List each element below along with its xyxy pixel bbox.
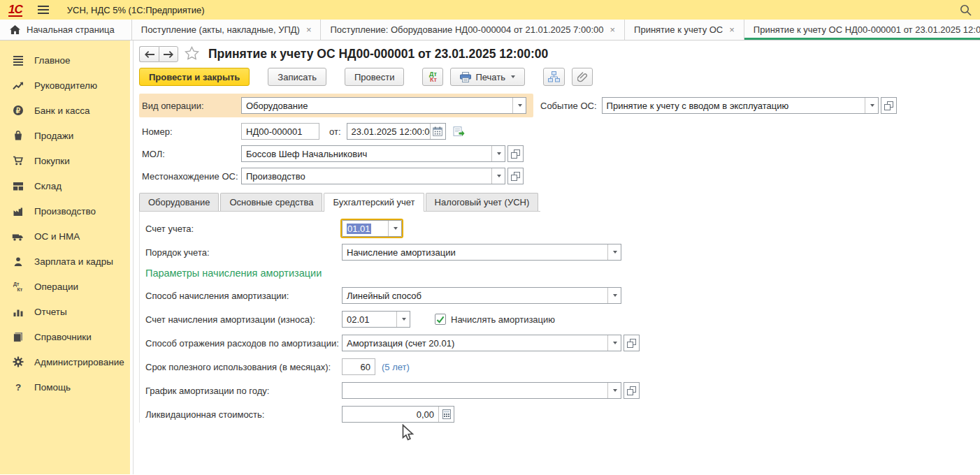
document-toolbar: Провести и закрыть Записать Провести ДтК… — [139, 68, 980, 86]
sidebar-item-otchety[interactable]: Отчеты — [0, 299, 130, 324]
order-field[interactable]: Начисление амортизации — [342, 244, 621, 261]
tab-postuplenie-doc[interactable]: Поступление: Оборудование НД00-000004 от… — [321, 20, 625, 40]
dropdown-button[interactable] — [865, 98, 878, 113]
person-icon — [12, 256, 24, 267]
sidebar-item-label: Помощь — [34, 382, 71, 393]
tab-prinyatie-doc[interactable]: Принятие к учету ОС НД00-000001 от 23.01… — [744, 20, 980, 40]
sidebar-item-sklad[interactable]: Склад — [0, 173, 130, 198]
print-button[interactable]: Печать — [450, 68, 525, 86]
os-event-open-button[interactable] — [881, 97, 897, 114]
expense-method-open-button[interactable] — [624, 335, 640, 351]
chevron-down-icon — [394, 227, 398, 230]
dropdown-button[interactable] — [388, 221, 401, 236]
sidebar-item-label: Склад — [34, 181, 62, 191]
sidebar-item-rukovoditelyu[interactable]: Руководителю — [0, 73, 130, 98]
account-row: Счет учета: 01.01 — [145, 220, 980, 237]
svg-text:Кт: Кт — [17, 287, 22, 292]
schedule-field[interactable] — [342, 382, 621, 399]
location-open-button[interactable] — [507, 168, 524, 184]
tab-oborudovanie[interactable]: Оборудование — [139, 193, 219, 211]
dropdown-button[interactable] — [396, 312, 410, 327]
books-icon — [12, 332, 24, 342]
sidebar-item-pomosch[interactable]: ? Помощь — [0, 374, 130, 400]
schedule-open-button[interactable] — [624, 382, 640, 399]
post-and-close-button[interactable]: Провести и закрыть — [139, 68, 250, 86]
dropdown-button[interactable] — [607, 335, 621, 351]
sidebar-item-glavnoe[interactable]: Главное — [0, 48, 130, 73]
close-icon[interactable]: × — [610, 24, 615, 35]
tab-prinyatie-list[interactable]: Принятие к учету ОС × — [625, 20, 744, 40]
sidebar-item-label: Операции — [34, 282, 78, 292]
operation-kind-field[interactable]: Оборудование — [241, 97, 526, 114]
depr-account-field[interactable]: 02.01 — [342, 311, 410, 328]
operation-kind-label: Вид операции: — [142, 101, 241, 111]
tab-nalogovyj-uchet[interactable]: Налоговый учет (УСН) — [426, 193, 539, 211]
tab-buhgalterskij-uchet[interactable]: Бухгалтерский учет — [324, 193, 424, 212]
number-input[interactable]: НД00-000001 — [241, 123, 319, 140]
sidebar-item-zarplata-i-kadry[interactable]: Зарплата и кадры — [0, 249, 130, 274]
main-menu-icon[interactable] — [38, 6, 49, 14]
dropdown-button[interactable] — [607, 288, 621, 303]
dropdown-button[interactable] — [607, 244, 621, 260]
os-event-field[interactable]: Принятие к учету с вводом в эксплуатацию — [602, 97, 879, 114]
location-field[interactable]: Производство — [241, 168, 505, 184]
date-field[interactable]: 23.01.2025 12:00:00 — [347, 123, 446, 140]
tab-postuplenie-list[interactable]: Поступление (акты, накладные, УПД) × — [132, 20, 322, 40]
gear-icon — [12, 356, 24, 367]
sidebar-item-label: Производство — [34, 206, 96, 217]
dropdown-button[interactable] — [512, 98, 526, 113]
svg-text:?: ? — [15, 382, 20, 393]
sidebar-item-spravochniki[interactable]: Справочники — [0, 324, 130, 349]
useful-life-input[interactable]: 60 — [342, 358, 375, 375]
calculator-button[interactable] — [438, 407, 454, 422]
calendar-button[interactable] — [430, 124, 445, 139]
document-structure-button[interactable] — [543, 68, 565, 86]
sidebar-item-pokupki[interactable]: Покупки — [0, 148, 130, 173]
accrue-depreciation-checkbox[interactable]: Начислять амортизацию — [435, 314, 555, 325]
sidebar-item-bank-i-kassa[interactable]: ₽ Банк и касса — [0, 98, 130, 123]
method-field[interactable]: Линейный способ — [342, 287, 621, 304]
attachments-button[interactable] — [572, 68, 593, 86]
printer-icon — [460, 72, 471, 82]
sidebar-item-proizvodstvo[interactable]: Производство — [0, 198, 130, 224]
dropdown-button[interactable] — [491, 168, 505, 184]
sidebar-item-os-i-nma[interactable]: ОС и НМА — [0, 224, 130, 249]
calculator-icon — [442, 409, 451, 419]
set-current-date-button[interactable] — [453, 126, 465, 137]
chevron-down-icon — [511, 75, 515, 78]
document-nav-row: Принятие к учету ОС НД00-000001 от 23.01… — [139, 46, 980, 62]
question-icon: ? — [12, 381, 24, 393]
back-button[interactable] — [139, 46, 159, 62]
close-icon[interactable]: × — [306, 24, 312, 35]
search-icon[interactable] — [960, 4, 972, 16]
dropdown-button[interactable] — [491, 146, 505, 161]
close-icon[interactable]: × — [729, 24, 735, 35]
account-field[interactable]: 01.01 — [342, 220, 402, 237]
expense-method-field[interactable]: Амортизация (счет 20.01) — [342, 335, 621, 351]
location-label: Местонахождение ОС: — [142, 171, 241, 182]
sidebar-item-administrirovanie[interactable]: Администрирование — [0, 349, 130, 374]
save-button[interactable]: Записать — [268, 68, 326, 86]
open-icon — [627, 386, 636, 395]
svg-text:₽: ₽ — [15, 107, 20, 115]
mol-field[interactable]: Боссов Шеф Начальникович — [241, 145, 505, 162]
today-icon — [453, 126, 465, 137]
window-tabbar: Начальная страница Поступление (акты, на… — [0, 20, 980, 41]
liquidation-field[interactable]: 0,00 — [342, 406, 454, 423]
chevron-down-icon — [613, 294, 617, 297]
paperclip-icon — [577, 71, 588, 82]
sidebar-item-prodazhi[interactable]: Продажи — [0, 123, 130, 148]
forward-button[interactable] — [159, 46, 178, 62]
chevron-down-icon — [497, 175, 501, 177]
mol-open-button[interactable] — [507, 145, 524, 162]
tab-home[interactable]: Начальная страница — [0, 20, 132, 40]
sidebar-item-operacii[interactable]: ДтКт Операции — [0, 274, 130, 299]
post-button[interactable]: Провести — [345, 68, 405, 86]
dropdown-button[interactable] — [607, 383, 621, 398]
show-postings-button[interactable]: ДтКт — [422, 68, 443, 86]
menu-icon — [12, 55, 24, 66]
structure-icon — [548, 71, 560, 82]
selected-text: 01.01 — [347, 224, 371, 234]
tab-osnovnye-sredstva[interactable]: Основные средства — [220, 193, 322, 211]
favorite-star-icon[interactable] — [185, 46, 199, 62]
